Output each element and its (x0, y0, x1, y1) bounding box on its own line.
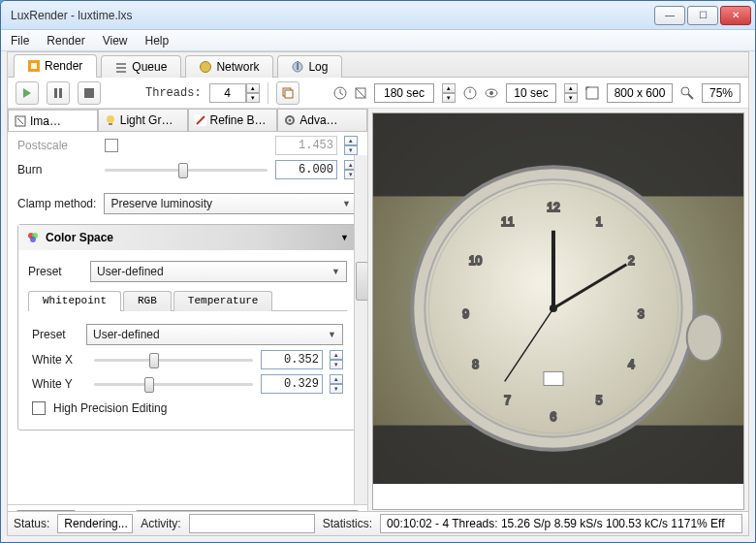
toolbar: Threads: 4 ▴▾ 180 sec ▴▾ 10 sec ▴▾ 800 x… (8, 78, 748, 109)
subtab-advanced[interactable]: Adva… (277, 109, 367, 131)
write-target-icon (355, 87, 366, 99)
burn-slider[interactable] (105, 161, 268, 178)
render-viewport[interactable]: 12369 1245 781011 (372, 112, 744, 510)
svg-rect-11 (84, 88, 94, 98)
pause-button[interactable] (47, 81, 70, 105)
svg-text:3: 3 (638, 307, 645, 321)
svg-text:6: 6 (551, 410, 557, 424)
tab-queue-label: Queue (132, 60, 167, 74)
svg-rect-4 (116, 71, 126, 73)
tab-log-label: Log (308, 60, 328, 74)
menu-file[interactable]: File (11, 34, 29, 48)
tab-render[interactable]: Render (14, 54, 97, 78)
svg-point-22 (489, 91, 493, 95)
whitex-value[interactable]: 0.352 (261, 350, 323, 369)
wp-preset-combo[interactable]: User-defined▼ (86, 324, 343, 345)
stats-field: 00:10:02 - 4 Threads: 15.26 S/p 8.59 kS/… (380, 514, 742, 533)
clock-display-icon (463, 86, 477, 100)
tab-queue[interactable]: Queue (101, 55, 181, 78)
svg-line-16 (340, 93, 343, 95)
magnifier-icon (680, 86, 694, 100)
svg-point-28 (107, 115, 114, 123)
log-icon: i (292, 61, 303, 73)
stop-button[interactable] (78, 81, 101, 105)
svg-point-5 (201, 62, 211, 73)
svg-rect-9 (54, 88, 57, 98)
whitey-slider[interactable] (94, 375, 253, 393)
resolution-icon (585, 86, 599, 100)
app-window: LuxRender - luxtime.lxs — ☐ ✕ File Rende… (0, 0, 756, 543)
colorspace-header[interactable]: Color Space ▼ (18, 225, 357, 250)
statusbar: Status: Rendering... Activity: Statistic… (7, 511, 749, 536)
burn-label: Burn (17, 163, 97, 176)
whitex-label: White X (32, 353, 86, 367)
threads-down[interactable]: ▾ (246, 93, 260, 103)
zoom-field[interactable]: 75% (702, 83, 740, 103)
clamp-label: Clamp method: (17, 197, 96, 210)
svg-rect-23 (586, 87, 598, 99)
colorspace-section: Color Space ▼ Preset User-defined▼ White… (17, 224, 358, 431)
whitey-label: White Y (32, 377, 86, 391)
panel-body: Postscale 1.453 ▴▾ Burn 6.000 ▴▾ Clamp m… (8, 132, 367, 504)
maximize-button[interactable]: ☐ (687, 6, 718, 25)
threads-up[interactable]: ▴ (246, 83, 260, 93)
svg-line-27 (17, 118, 23, 124)
postscale-label: Postscale (17, 139, 97, 152)
whitex-slider[interactable] (94, 351, 253, 368)
main-tabbar: Render Queue Network i Log (8, 52, 748, 78)
subtab-imaging[interactable]: Ima… (8, 109, 98, 131)
hiprec-label: High Precision Editing (53, 401, 167, 415)
client-area: Render Queue Network i Log Threads: 4 (7, 51, 749, 536)
svg-point-24 (681, 87, 689, 95)
threads-value[interactable]: 4 (209, 83, 246, 103)
menu-help[interactable]: Help (145, 34, 170, 48)
tab-render-label: Render (45, 59, 82, 73)
tab-whitepoint[interactable]: Whitepoint (28, 291, 121, 311)
postscale-checkbox[interactable] (105, 139, 118, 152)
svg-marker-8 (23, 88, 31, 98)
render-viewport-panel: 12369 1245 781011 ◂ ⋮⋮⋮ (368, 109, 748, 535)
svg-point-36 (30, 237, 36, 242)
clamp-combo[interactable]: Preserve luminosity▼ (104, 193, 358, 214)
menubar: File Render View Help (1, 30, 755, 51)
resolution-field: 800 x 600 (607, 83, 673, 103)
tab-log[interactable]: i Log (277, 55, 342, 78)
tab-rgb[interactable]: RGB (123, 291, 172, 311)
subtab-lightgroups[interactable]: Light Gr… (98, 109, 188, 131)
burn-value[interactable]: 6.000 (275, 160, 337, 179)
menu-view[interactable]: View (103, 34, 128, 48)
tab-network[interactable]: Network (185, 55, 273, 78)
svg-point-33 (289, 119, 292, 122)
preset-label: Preset (28, 265, 82, 278)
queue-icon (115, 61, 127, 73)
postscale-value[interactable]: 1.453 (275, 136, 337, 155)
colorspace-inner-tabs: Whitepoint RGB Temperature (28, 290, 347, 311)
svg-text:8: 8 (472, 358, 479, 371)
tab-temperature[interactable]: Temperature (173, 291, 273, 311)
subtab-refinebrute[interactable]: Refine B… (188, 109, 278, 131)
play-button[interactable] (16, 81, 39, 105)
preset-combo[interactable]: User-defined▼ (90, 261, 347, 282)
svg-text:12: 12 (547, 201, 560, 214)
copy-button[interactable] (276, 81, 299, 105)
hiprec-checkbox[interactable] (32, 401, 46, 415)
svg-point-58 (550, 304, 557, 312)
chevron-down-icon: ▼ (342, 199, 351, 208)
write-interval-field[interactable]: 180 sec (374, 83, 434, 103)
minimize-button[interactable]: — (654, 6, 685, 25)
svg-rect-59 (544, 371, 563, 385)
svg-rect-2 (116, 63, 126, 65)
main-split: Ima… Light Gr… Refine B… Adva… Postscale… (8, 109, 748, 535)
threads-label: Threads: (145, 86, 202, 100)
whitey-value[interactable]: 0.329 (261, 374, 323, 394)
settings-tabbar: Ima… Light Gr… Refine B… Adva… (8, 109, 367, 132)
svg-point-60 (687, 314, 722, 361)
svg-text:9: 9 (462, 307, 469, 321)
close-button[interactable]: ✕ (720, 6, 751, 25)
menu-render[interactable]: Render (47, 34, 84, 48)
svg-text:i: i (297, 61, 299, 73)
display-interval-field[interactable]: 10 sec (506, 83, 556, 103)
svg-rect-3 (116, 67, 126, 69)
threads-spinner[interactable]: 4 ▴▾ (209, 83, 260, 103)
panel-scrollbar[interactable] (354, 155, 367, 504)
